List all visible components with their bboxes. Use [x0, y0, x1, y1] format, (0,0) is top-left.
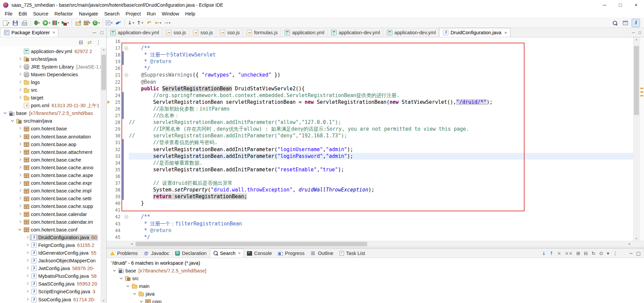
collapsed-chevron-icon[interactable] [17, 134, 22, 139]
code-line-38[interactable]: 38 System.setProperty("druid.wall.throwE… [107, 186, 633, 193]
line-number[interactable]: 44 [111, 227, 122, 234]
minimize-button[interactable]: ─ [597, 0, 612, 10]
new-wizard-icon[interactable]: ▾ [2, 19, 10, 27]
line-number[interactable]: 32 [111, 146, 122, 153]
line-number[interactable]: 40 [111, 200, 122, 207]
line-number[interactable]: 36 [111, 173, 122, 180]
dropdown-chevron-icon[interactable]: ▾ [142, 21, 143, 25]
code-text[interactable]: * @return [129, 58, 633, 65]
explorer-item-application-dev-yml[interactable]: application-dev.yml62972 2 [0, 47, 106, 55]
package-explorer-scrollbar[interactable]: ▲ ▼ [101, 47, 106, 303]
editor-tab-druidconfiguration-java-8[interactable]: DruidConfiguration.java× [439, 28, 510, 37]
code-text[interactable]: //IP黑名单 (存在共同时，deny优先于allow) : 如果满足deny的… [129, 126, 633, 132]
code-line-26[interactable]: 26 //添加初始化参数：initParams [107, 105, 633, 112]
dropdown-chevron-icon[interactable]: ▾ [67, 21, 69, 25]
open-perspective-icon[interactable] [621, 19, 630, 27]
new-java-project-icon[interactable] [74, 19, 82, 27]
collapsed-chevron-icon[interactable] [17, 196, 22, 201]
line-number[interactable]: 26 [111, 105, 122, 112]
open-task-icon[interactable]: ▾ [105, 19, 113, 27]
minimize-view-icon[interactable]: ─ [93, 30, 96, 35]
code-text[interactable] [129, 207, 633, 213]
forward-icon[interactable]: →▾ [163, 19, 171, 27]
code-line-44[interactable]: 44 * @return [107, 227, 633, 234]
line-number[interactable]: 34 [111, 160, 122, 166]
line-number[interactable]: 38 [111, 186, 122, 193]
line-number[interactable]: 27 [111, 112, 122, 119]
collapsed-chevron-icon[interactable] [25, 282, 30, 286]
last-edit-location-icon[interactable]: ↶ [145, 19, 153, 27]
explorer-item-druidconfiguration-java[interactable]: DruidConfiguration.java60 [0, 233, 106, 241]
code-line-19[interactable]: 19 * @return [107, 58, 633, 65]
code-text[interactable]: */ [129, 234, 633, 241]
explorer-item-ssoconfig-java[interactable]: SsoConfig.java61714 20- [0, 296, 106, 303]
fold-collapse-icon[interactable] [125, 73, 128, 77]
expanded-chevron-icon[interactable] [112, 268, 117, 273]
scrollbar-thumb[interactable] [101, 55, 106, 90]
dropdown-chevron-icon[interactable]: ▾ [160, 21, 161, 25]
dropdown-chevron-icon[interactable]: ▾ [58, 21, 59, 25]
tab-declaration[interactable]: Declaration [172, 249, 209, 258]
explorer-item-jwtconfig-java[interactable]: JwtConfig.java58976 20- [0, 265, 106, 272]
code-text[interactable]: servletRegistrationBean.addInitParameter… [129, 153, 633, 160]
line-number[interactable]: 21 [111, 72, 122, 78]
collapse-all-icon[interactable]: ⊟ [79, 40, 83, 45]
code-text[interactable]: * 注册一个StatViewServlet [129, 51, 633, 58]
save-icon[interactable] [11, 19, 19, 27]
debug-icon[interactable]: ▾ [33, 19, 41, 27]
line-number[interactable]: 35 [111, 166, 122, 173]
expand-all-icon[interactable]: ⊞ [576, 251, 580, 256]
code-line-24[interactable]: 24 //org.springframework.boot.context.em… [107, 92, 633, 99]
dropdown-chevron-icon[interactable]: ▾ [89, 21, 91, 25]
collapsed-chevron-icon[interactable] [25, 258, 30, 263]
explorer-item-mybatisplusconfig-java[interactable]: MybatisPlusConfig.java58 [0, 272, 106, 280]
line-number[interactable]: 19 [111, 58, 122, 65]
fold-collapse-icon[interactable] [125, 215, 128, 219]
line-number[interactable]: 23 [111, 85, 122, 92]
code-text[interactable]: } [129, 200, 633, 207]
close-view-icon[interactable]: × [238, 251, 241, 256]
line-number[interactable]: 20 [111, 65, 122, 72]
search-history-icon[interactable]: ▾ [607, 251, 609, 256]
show-next-match-icon[interactable]: ↓ [542, 251, 546, 256]
next-annotation-icon[interactable]: ↓▾ [127, 19, 135, 27]
explorer-item-feignconfig-java[interactable]: FeignConfig.java61155 2 [0, 241, 106, 249]
search-result-src[interactable]: src [107, 274, 644, 282]
collapsed-chevron-icon[interactable] [17, 95, 22, 100]
java-perspective-icon[interactable]: J [632, 19, 640, 27]
code-text[interactable]: public ServletRegistrationBean DruidStat… [129, 85, 633, 92]
code-line-32[interactable]: 32 servletRegistrationBean.addInitParame… [107, 146, 633, 153]
scroll-up-icon[interactable]: ▲ [101, 48, 106, 51]
explorer-item-com-hotent-base-aop[interactable]: com.hotent.base.aop [0, 140, 106, 148]
remove-selected-matches-icon[interactable]: × [557, 251, 561, 256]
search-result-base[interactable]: base[x7/branches/7.2.5_smhd/base] [107, 267, 644, 274]
explorer-item-logs[interactable]: logs [0, 78, 106, 86]
package-explorer-tab[interactable]: Package Explorer × [0, 28, 58, 37]
line-number[interactable]: 24 [111, 92, 122, 99]
editor-horizontal-scrollbar[interactable]: ◄ ► [107, 241, 644, 247]
explorer-item-src-test-java[interactable]: src/test/java [0, 55, 106, 63]
collapsed-chevron-icon[interactable] [25, 251, 30, 255]
explorer-item-com-hotent-base-conf[interactable]: com.hotent.base.conf [0, 226, 106, 233]
code-line-36[interactable]: 36 [107, 173, 633, 180]
tab-outline[interactable]: Outline [307, 249, 336, 258]
editor-tab-sso-js-3[interactable]: sso.js [216, 28, 243, 37]
explorer-item-maven-dependencies[interactable]: Maven Dependencies [0, 71, 106, 78]
editor-tab-sso-js-2[interactable]: sso.js [189, 28, 216, 37]
line-number[interactable]: 41 [111, 207, 122, 213]
collapsed-chevron-icon[interactable] [17, 188, 22, 193]
scroll-down-icon[interactable]: ▼ [634, 237, 639, 240]
code-text[interactable]: /** [129, 213, 633, 220]
menu-edit[interactable]: Edit [15, 10, 30, 17]
code-line-31[interactable]: 31 //登录查看信息的账号密码. [107, 139, 633, 146]
explorer-item-idgeneratorconfig-java[interactable]: IdGeneratorConfig.java55 [0, 249, 106, 257]
line-number[interactable]: 37 [111, 180, 122, 186]
code-text[interactable]: // 设置druid拦截后是否抛出异常 [129, 180, 633, 186]
collapsed-chevron-icon[interactable] [17, 165, 22, 170]
line-number[interactable]: 22 [111, 79, 122, 85]
dropdown-chevron-icon[interactable]: ▾ [133, 21, 134, 25]
minimize-editor-icon[interactable]: ─ [632, 30, 635, 35]
code-text[interactable]: /** [129, 45, 633, 51]
tab-problems[interactable]: Problems [107, 249, 141, 258]
code-text[interactable]: @Bean [129, 79, 633, 85]
